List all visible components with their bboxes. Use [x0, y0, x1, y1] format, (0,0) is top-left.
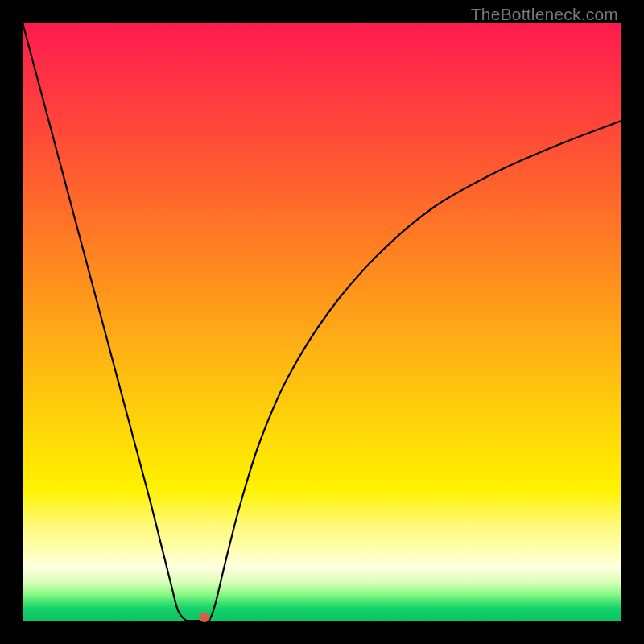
curve-path — [23, 23, 621, 621]
plot-area — [23, 23, 621, 621]
watermark-text: TheBottleneck.com — [471, 5, 618, 24]
optimum-marker — [199, 613, 210, 622]
chart-frame: TheBottleneck.com — [0, 0, 644, 644]
bottleneck-curve — [23, 23, 621, 621]
